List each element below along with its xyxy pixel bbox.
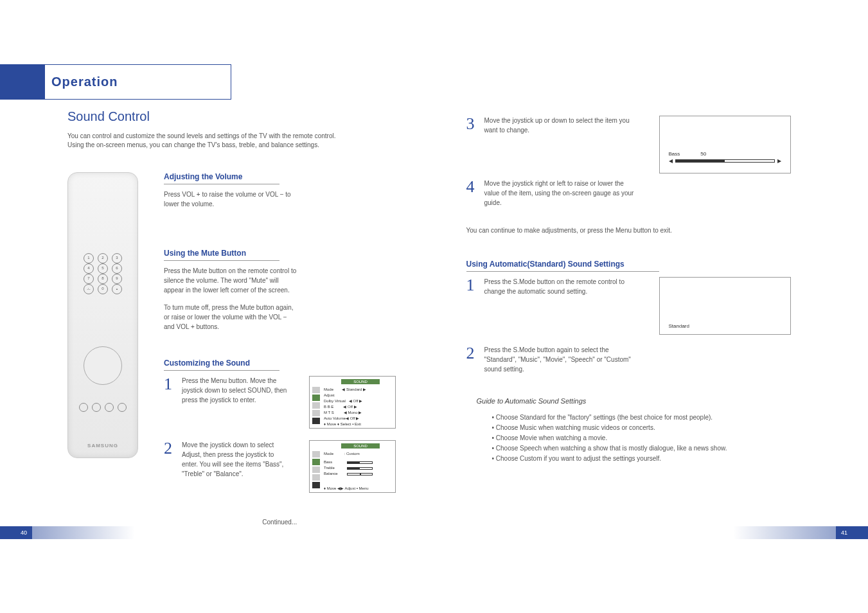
gauge-label-row: Bass 50 — [669, 151, 781, 157]
gauge-bar: ◀ ▶ — [669, 158, 781, 164]
bullet-item: • Choose Music when watching music video… — [492, 423, 824, 433]
continued-label: Continued... — [157, 519, 402, 526]
menu-item: Dolby Virtual — [324, 399, 346, 403]
menu-value: ◀ Off ▶ — [349, 399, 362, 403]
sub-heading-mute: Using the Mute Button — [164, 249, 402, 258]
step-text: Move the joystick right or left to raise… — [484, 179, 639, 208]
section-title: Sound Control — [67, 109, 402, 124]
divider — [164, 184, 279, 184]
mode-screenshot: Standard — [659, 277, 791, 335]
tv-menu-title: SOUND — [341, 379, 380, 384]
menu-item: Adjust — [324, 393, 335, 397]
arrow-left-icon: ◀ — [669, 158, 673, 164]
bullet-text: Choose Speech when watching a show that … — [496, 445, 727, 452]
operation-header: Operation — [0, 64, 231, 100]
page-number-left: 40 — [0, 526, 32, 539]
tv-menu-screenshot-2: SOUND Mode : Custom Bass Treble Balance … — [309, 440, 396, 493]
step-number: 1 — [466, 277, 479, 296]
step-text: Press the S.Mode button again to select … — [484, 345, 639, 374]
bullet-item: • Choose Speech when watching a show tha… — [492, 443, 824, 454]
page-spread: Operation Sound Control You can control … — [0, 0, 868, 613]
sub-heading-customize: Customizing the Sound — [164, 359, 402, 368]
menu-value: ◀ Off ▶ — [343, 405, 357, 409]
remote-control-image: 123 456 789 -/--0▲ SAMSUNG — [67, 172, 138, 458]
bullet-text: Choose Music when watching music videos … — [496, 424, 655, 431]
step-number: 4 — [466, 179, 479, 208]
tv-menu-screenshot-1: SOUND Mode ◀ Standard ▶ Adjust Dolby Vir… — [309, 376, 396, 429]
gauge-progress — [675, 159, 775, 163]
sub-heading-auto: Using Automatic(Standard) Sound Settings — [466, 260, 824, 269]
sub-heading-volume: Adjusting the Volume — [164, 172, 402, 181]
divider — [164, 370, 279, 371]
gauge-value: 50 — [700, 151, 706, 157]
auto-step-1-row: 1 Press the S.Mode button on the remote … — [466, 277, 824, 335]
bullet-item: • Choose Custom if you want to adjust th… — [492, 454, 824, 464]
page-gradient — [733, 526, 836, 539]
bullet-item: • Choose Standard for the "factory" sett… — [492, 413, 824, 423]
menu-value: ◀ Off ▶ — [346, 416, 359, 420]
tv-menu-footer: ♦ Move ♦ Select ▪ Exit — [324, 422, 361, 426]
left-content: Sound Control You can control and custom… — [45, 109, 402, 526]
header-title-box: Operation — [45, 64, 231, 100]
bullet-text: Choose Movie when watching a movie. — [496, 434, 607, 441]
menu-value: ◀ Mono ▶ — [344, 411, 362, 414]
bullet-text: Choose Custom if you want to adjust the … — [496, 455, 661, 462]
intro-paragraph: You can control and customize the sound … — [67, 132, 350, 150]
tv-menu-body: Mode ◀ Standard ▶ Adjust Dolby Virtual ◀… — [324, 387, 391, 422]
continue-note: You can continue to make adjustments, or… — [466, 227, 824, 234]
mode-label: Standard — [669, 323, 689, 329]
tv-menu-footer: ♦ Move ◀▶ Adjust ▪ Menu — [324, 486, 369, 490]
menu-item: Treble — [324, 465, 343, 471]
arrow-right-icon: ▶ — [777, 158, 781, 164]
right-content: 3 Move the joystick up or down to select… — [466, 116, 824, 464]
page-gradient — [32, 526, 135, 539]
gauge-screenshot: Bass 50 ◀ ▶ — [659, 116, 791, 173]
tv-menu-body: Mode : Custom Bass Treble Balance — [324, 451, 391, 477]
menu-item: Mode — [324, 452, 333, 456]
right-page: 3 Move the joystick up or down to select… — [428, 0, 869, 613]
step-number: 2 — [466, 345, 479, 374]
menu-item: Auto Volume — [324, 416, 346, 420]
menu-item: B B E — [324, 405, 333, 409]
step-2-row: 2 Move the joystick down to select Adjus… — [164, 440, 402, 493]
step-number: 1 — [164, 376, 177, 405]
remote-keypad: 123 456 789 -/--0▲ — [84, 253, 122, 294]
volume-text: Press VOL + to raise the volume or VOL −… — [164, 190, 299, 209]
bullet-text: Choose Standard for the "factory" settin… — [496, 414, 713, 421]
text-column: Adjusting the Volume Press VOL + to rais… — [164, 172, 402, 504]
step-number: 2 — [164, 440, 177, 479]
divider — [164, 260, 279, 261]
divider — [466, 271, 659, 272]
step-text: Move the joystick down to select Adjust,… — [182, 440, 291, 479]
remote-brand-label: SAMSUNG — [87, 443, 118, 449]
menu-item: Bass — [324, 459, 343, 465]
guide-heading: Guide to Automatic Sound Settings — [477, 397, 824, 405]
left-page: Operation Sound Control You can control … — [0, 0, 428, 613]
step-text: Move the joystick up or down to select t… — [484, 116, 639, 135]
header-accent-bar — [0, 64, 45, 100]
menu-item: Mode — [324, 387, 333, 391]
remote-joystick — [84, 346, 122, 385]
page-number-right: 41 — [836, 526, 868, 539]
step-1-row: 1 Press the Menu button. Move the joysti… — [164, 376, 402, 429]
remote-column: 123 456 789 -/--0▲ SAMSUNG — [67, 172, 151, 504]
menu-value: : Custom — [344, 452, 360, 456]
step-text: Press the S.Mode button on the remote co… — [484, 277, 639, 296]
step-text: Press the Menu button. Move the joystick… — [182, 376, 291, 405]
menu-item: Balance — [324, 471, 343, 477]
bullet-item: • Choose Movie when watching a movie. — [492, 433, 824, 443]
guide-bullet-list: • Choose Standard for the "factory" sett… — [492, 413, 824, 464]
mute-text-2: To turn mute off, press the Mute button … — [164, 303, 299, 332]
step-3-row: 3 Move the joystick up or down to select… — [466, 116, 824, 173]
auto-step-2-row: 2 Press the S.Mode button again to selec… — [466, 345, 824, 374]
content-columns: 123 456 789 -/--0▲ SAMSUNG Adjusting th — [67, 172, 402, 504]
menu-value: ◀ Standard ▶ — [342, 387, 366, 391]
gauge-name: Bass — [669, 151, 680, 157]
step-4-row: 4 Move the joystick right or left to rai… — [466, 179, 824, 208]
menu-item: M T S — [324, 411, 334, 414]
tv-menu-title: SOUND — [341, 443, 380, 449]
mute-text-1: Press the Mute button on the remote cont… — [164, 266, 299, 295]
remote-bottom-buttons — [79, 403, 127, 412]
header-title: Operation — [51, 75, 118, 89]
step-number: 3 — [466, 116, 479, 135]
